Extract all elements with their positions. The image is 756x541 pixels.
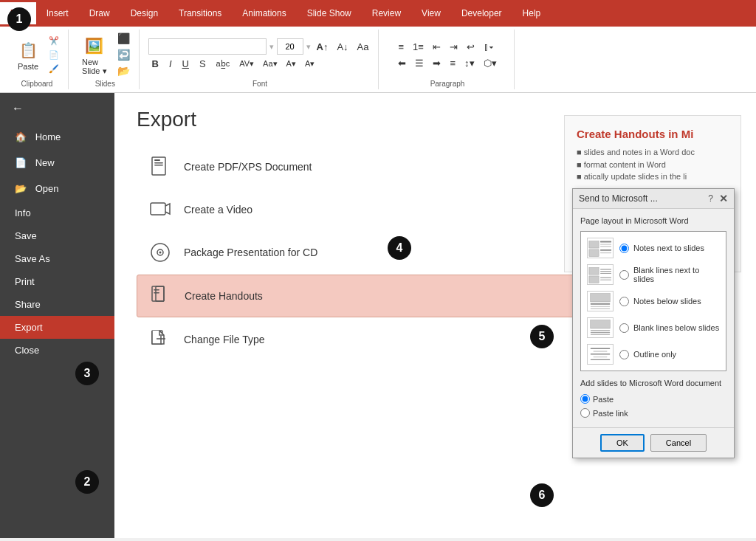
font-family-input[interactable] — [148, 38, 267, 55]
dialog-paste-option[interactable]: Paste — [580, 392, 726, 406]
dialog-add-slides-section: Add slides to Microsoft Word document Pa… — [580, 379, 726, 420]
svg-rect-2 — [154, 162, 163, 164]
tab-review[interactable]: Review — [362, 2, 411, 24]
outline-layout-icon — [587, 344, 614, 365]
dialog-help-button[interactable]: ? — [708, 193, 713, 204]
svg-rect-35 — [591, 306, 610, 307]
copy-button[interactable]: 📄 — [46, 49, 62, 61]
tab-view[interactable]: View — [411, 2, 451, 24]
bullets-button[interactable]: ≡ — [395, 40, 407, 54]
sidebar-item-open[interactable]: 📂 Open — [0, 176, 114, 201]
increase-font-button[interactable]: A↑ — [314, 40, 331, 54]
char-spacing-button[interactable]: AV▾ — [236, 58, 257, 70]
slides-group: 🖼️ NewSlide ▾ ⬛ ↩️ 📂 Slides — [72, 30, 140, 89]
justify-button[interactable]: ≡ — [447, 56, 458, 70]
format-painter-button[interactable]: 🖌️ — [46, 63, 62, 75]
blank-next-radio[interactable] — [619, 270, 629, 280]
font-group: ▾ 20 ▾ A↑ A↓ Aa B I U S ab̲c AV▾ Aa▾ A▾ … — [142, 30, 379, 89]
dialog-close-button[interactable]: ✕ — [719, 193, 728, 204]
bold-button[interactable]: B — [148, 57, 162, 71]
svg-rect-24 — [600, 249, 611, 251]
back-arrow-icon: ← — [12, 102, 24, 115]
svg-rect-33 — [591, 294, 610, 302]
tab-draw[interactable]: Draw — [79, 2, 120, 24]
dialog-cancel-button[interactable]: Cancel — [650, 434, 707, 452]
font-size-input[interactable]: 20 — [277, 38, 303, 55]
font-color-button[interactable]: A▾ — [284, 58, 299, 70]
columns-button[interactable]: ⫿▾ — [481, 40, 497, 54]
outline-radio[interactable] — [619, 350, 629, 359]
dialog-option-notes-next[interactable]: Notes next to slides — [584, 235, 723, 261]
blank-below-radio[interactable] — [619, 323, 629, 333]
tab-slideshow[interactable]: Slide Show — [297, 2, 362, 24]
dialog-option-blank-next[interactable]: Blank lines next to slides — [584, 261, 723, 288]
svg-rect-39 — [591, 332, 610, 333]
tab-design[interactable]: Design — [120, 2, 168, 24]
pdf-icon — [147, 154, 173, 180]
strikethrough-button[interactable]: S — [196, 57, 210, 71]
sidebar-item-saveas[interactable]: Save As — [0, 247, 114, 270]
sidebar-item-close[interactable]: Close — [0, 339, 114, 362]
numbering-button[interactable]: 1≡ — [410, 40, 427, 54]
sidebar-item-share[interactable]: Share — [0, 293, 114, 316]
notes-below-radio[interactable] — [619, 297, 629, 306]
svg-rect-19 — [589, 241, 599, 248]
smartart-button[interactable]: ⬡▾ — [481, 56, 500, 70]
shadow-button[interactable]: ab̲c — [213, 58, 234, 70]
dialog-option-notes-below[interactable]: Notes below slides — [584, 288, 723, 314]
open-icon: 📂 — [15, 183, 27, 194]
slide-reset-button[interactable]: ↩️ — [114, 47, 133, 62]
increase-indent-button[interactable]: ⇥ — [447, 40, 461, 54]
decrease-font-button[interactable]: A↓ — [334, 40, 351, 54]
tab-insert[interactable]: Insert — [36, 2, 79, 24]
dialog-paste-link-option[interactable]: Paste link — [580, 406, 726, 420]
svg-rect-34 — [591, 303, 610, 305]
preview-text: ■ slides and notes in a Word doc ■ forma… — [577, 146, 729, 183]
sidebar-item-save[interactable]: Save — [0, 224, 114, 247]
tab-developer[interactable]: Developer — [451, 2, 512, 24]
notes-next-layout-icon — [587, 238, 614, 258]
paragraph-group: ≡ 1≡ ⇤ ⇥ ↩ ⫿▾ ⬅ ☰ ➡ ≡ ↕▾ ⬡▾ Paragraph — [382, 30, 515, 89]
notes-next-radio[interactable] — [619, 244, 629, 253]
clear-format-button[interactable]: Aa — [354, 40, 372, 54]
tab-help[interactable]: Help — [512, 2, 551, 24]
decrease-indent-button[interactable]: ⇤ — [430, 40, 444, 54]
svg-rect-9 — [156, 286, 164, 301]
dialog-option-outline[interactable]: Outline only — [584, 341, 723, 368]
tab-animations[interactable]: Animations — [232, 2, 296, 24]
svg-rect-40 — [591, 334, 610, 335]
new-slide-button[interactable]: 🖼️ NewSlide ▾ — [78, 31, 111, 79]
align-right-button[interactable]: ➡ — [430, 56, 444, 70]
dialog-option-blank-below[interactable]: Blank lines below slides — [584, 314, 723, 341]
rtl-button[interactable]: ↩ — [464, 40, 478, 54]
sidebar-item-print[interactable]: Print — [0, 270, 114, 293]
paste-radio[interactable] — [580, 394, 590, 404]
line-spacing-button[interactable]: ↕▾ — [461, 56, 478, 70]
sidebar-item-info[interactable]: Info — [0, 201, 114, 224]
svg-rect-11 — [154, 292, 159, 294]
slide-layout-button[interactable]: ⬛ — [114, 31, 133, 46]
dialog-ok-button[interactable]: OK — [600, 434, 645, 452]
sidebar-back-button[interactable]: ← — [0, 93, 114, 124]
cut-button[interactable]: ✂️ — [46, 35, 62, 47]
paste-link-radio[interactable] — [580, 408, 590, 418]
highlight-button[interactable]: A▾ — [302, 58, 317, 70]
svg-rect-23 — [589, 249, 599, 256]
italic-button[interactable]: I — [165, 57, 176, 71]
tab-transitions[interactable]: Transitions — [168, 2, 232, 24]
underline-button[interactable]: U — [179, 57, 193, 71]
align-center-button[interactable]: ☰ — [412, 56, 427, 70]
handouts-icon — [148, 283, 174, 309]
slide-section-button[interactable]: 📂 — [114, 63, 133, 78]
svg-rect-38 — [591, 330, 610, 331]
font-case-button[interactable]: Aa▾ — [260, 58, 280, 70]
dialog-layout-options: Notes next to slides Blank line — [580, 231, 726, 371]
sidebar: ← 🏠 Home 📄 New 📂 Open Info Save Save As … — [0, 93, 114, 538]
notes-below-layout-icon — [587, 291, 614, 311]
sidebar-item-new[interactable]: 📄 New — [0, 150, 114, 176]
align-left-button[interactable]: ⬅ — [395, 56, 409, 70]
paste-button[interactable]: 📋 Paste — [12, 35, 44, 74]
sidebar-item-home[interactable]: 🏠 Home — [0, 124, 114, 150]
dialog-footer: OK Cancel — [573, 427, 734, 458]
sidebar-item-export[interactable]: Export — [0, 316, 114, 339]
